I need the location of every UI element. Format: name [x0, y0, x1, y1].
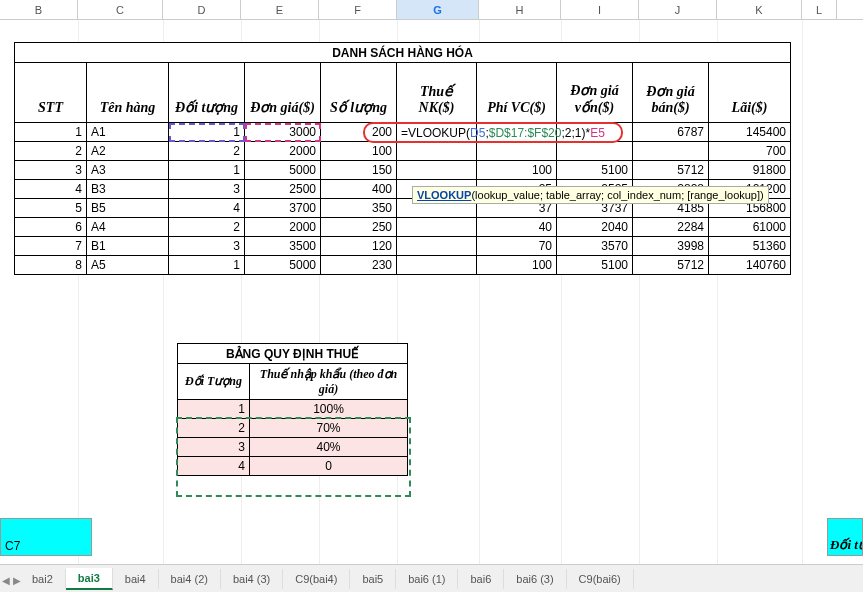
- cell[interactable]: 3: [169, 237, 245, 256]
- table-row[interactable]: 8 A5 1 5000 230 100 5100 5712 140760: [15, 256, 791, 275]
- tab-nav-arrows-icon[interactable]: ◀ ▶: [2, 575, 21, 586]
- col-header-J[interactable]: J: [639, 0, 717, 19]
- cell[interactable]: B5: [87, 199, 169, 218]
- sheet-tab[interactable]: bai6 (3): [504, 569, 566, 589]
- col-header-F[interactable]: F: [319, 0, 397, 19]
- cell-E5[interactable]: 3000: [245, 123, 321, 142]
- cell[interactable]: 5000: [245, 256, 321, 275]
- sheet-tab[interactable]: C9(bai4): [283, 569, 350, 589]
- cell[interactable]: 5100: [557, 256, 633, 275]
- tooltip-fn-link[interactable]: VLOOKUP: [417, 189, 471, 201]
- cell[interactable]: 100%: [250, 400, 408, 419]
- cell[interactable]: 2: [169, 142, 245, 161]
- tax-row[interactable]: 40: [178, 457, 408, 476]
- cell[interactable]: 1: [15, 123, 87, 142]
- cell[interactable]: 51360: [709, 237, 791, 256]
- cell[interactable]: [557, 142, 633, 161]
- cell[interactable]: A2: [87, 142, 169, 161]
- cell[interactable]: 1: [169, 161, 245, 180]
- cell[interactable]: 140760: [709, 256, 791, 275]
- cell[interactable]: B3: [87, 180, 169, 199]
- cell[interactable]: 2: [15, 142, 87, 161]
- tax-row[interactable]: 270%: [178, 419, 408, 438]
- cyan-cell-left[interactable]: C7: [0, 518, 92, 556]
- cell[interactable]: 230: [321, 256, 397, 275]
- sheet-tab[interactable]: bai6: [458, 569, 504, 589]
- cell[interactable]: 4: [178, 457, 250, 476]
- cell[interactable]: [397, 218, 477, 237]
- cell[interactable]: 120: [321, 237, 397, 256]
- cell[interactable]: 350: [321, 199, 397, 218]
- table-row[interactable]: 1 A1 1 3000 200 =VLOOKUP(D5;$D$17:$F$20;…: [15, 123, 791, 142]
- cell[interactable]: 7: [15, 237, 87, 256]
- cell[interactable]: A1: [87, 123, 169, 142]
- cell[interactable]: A4: [87, 218, 169, 237]
- table-row[interactable]: 2 A2 2 2000 100 700: [15, 142, 791, 161]
- cell[interactable]: 8: [15, 256, 87, 275]
- cell[interactable]: 40%: [250, 438, 408, 457]
- cell[interactable]: 3: [169, 180, 245, 199]
- cell[interactable]: 1: [178, 400, 250, 419]
- cell[interactable]: 5100: [557, 161, 633, 180]
- col-header-C[interactable]: C: [78, 0, 163, 19]
- cell[interactable]: [397, 142, 477, 161]
- cell[interactable]: 1: [169, 256, 245, 275]
- table-row[interactable]: 6 A4 2 2000 250 40 2040 2284 61000: [15, 218, 791, 237]
- table-row[interactable]: 3 A3 1 5000 150 100 5100 5712 91800: [15, 161, 791, 180]
- cell[interactable]: [397, 256, 477, 275]
- col-header-B[interactable]: B: [0, 0, 78, 19]
- cell[interactable]: 3700: [245, 199, 321, 218]
- cell[interactable]: B1: [87, 237, 169, 256]
- cell-G5-formula[interactable]: =VLOOKUP(D5;$D$17:$F$20;2;1)*E5: [397, 123, 477, 142]
- cell[interactable]: 700: [709, 142, 791, 161]
- cell[interactable]: 2000: [245, 142, 321, 161]
- col-header-L[interactable]: L: [802, 0, 837, 19]
- cell[interactable]: 91800: [709, 161, 791, 180]
- cell[interactable]: 5712: [633, 161, 709, 180]
- tax-row[interactable]: 340%: [178, 438, 408, 457]
- cell[interactable]: 2: [169, 218, 245, 237]
- col-header-E[interactable]: E: [241, 0, 319, 19]
- cell-D5[interactable]: 1: [169, 123, 245, 142]
- cell[interactable]: [397, 237, 477, 256]
- cell[interactable]: 6787: [633, 123, 709, 142]
- cell[interactable]: 2500: [245, 180, 321, 199]
- col-header-G[interactable]: G: [397, 0, 479, 19]
- cell[interactable]: 3998: [633, 237, 709, 256]
- sheet-tab[interactable]: bai5: [350, 569, 396, 589]
- cell[interactable]: 100: [321, 142, 397, 161]
- cell[interactable]: 5000: [245, 161, 321, 180]
- sheet-tab[interactable]: bai3: [66, 568, 113, 590]
- tax-row[interactable]: 1100%: [178, 400, 408, 419]
- cell[interactable]: 100: [477, 256, 557, 275]
- col-header-I[interactable]: I: [561, 0, 639, 19]
- cell[interactable]: [477, 142, 557, 161]
- cell[interactable]: 0: [250, 457, 408, 476]
- tax-rule-table[interactable]: BẢNG QUY ĐỊNH THUẾ Đối Tượng Thuế nhập k…: [177, 343, 408, 476]
- cell[interactable]: 5: [15, 199, 87, 218]
- cell[interactable]: 100: [477, 161, 557, 180]
- cell[interactable]: 2284: [633, 218, 709, 237]
- cell[interactable]: 2: [178, 419, 250, 438]
- cell[interactable]: A5: [87, 256, 169, 275]
- col-header-K[interactable]: K: [717, 0, 802, 19]
- cell[interactable]: 3500: [245, 237, 321, 256]
- sheet-tab[interactable]: bai4 (2): [159, 569, 221, 589]
- cell[interactable]: 3570: [557, 237, 633, 256]
- cell[interactable]: 5712: [633, 256, 709, 275]
- table-row[interactable]: 7 B1 3 3500 120 70 3570 3998 51360: [15, 237, 791, 256]
- cell[interactable]: [633, 142, 709, 161]
- sheet-tab[interactable]: bai2: [20, 569, 66, 589]
- cell[interactable]: [397, 161, 477, 180]
- cell[interactable]: 4: [169, 199, 245, 218]
- cell[interactable]: 250: [321, 218, 397, 237]
- cell[interactable]: 40: [477, 218, 557, 237]
- sheet-tab[interactable]: bai6 (1): [396, 569, 458, 589]
- cell[interactable]: 70%: [250, 419, 408, 438]
- cell[interactable]: 61000: [709, 218, 791, 237]
- cyan-cell-right[interactable]: Đối tư: [827, 518, 863, 556]
- sheet-tab[interactable]: bai4 (3): [221, 569, 283, 589]
- cell[interactable]: 400: [321, 180, 397, 199]
- cell[interactable]: 2000: [245, 218, 321, 237]
- cell[interactable]: 150: [321, 161, 397, 180]
